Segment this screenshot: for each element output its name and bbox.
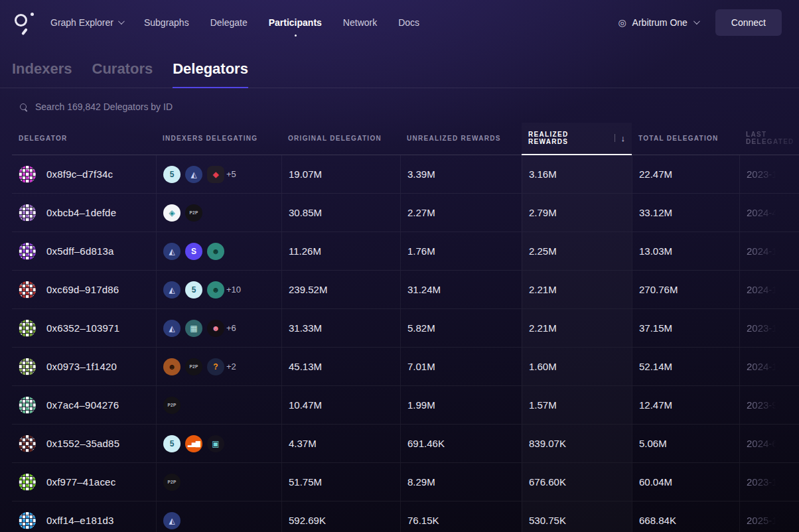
- network-globe-icon: ◎: [618, 18, 626, 27]
- more-indexers-count: +5: [226, 169, 236, 179]
- delegator-identicon: [19, 358, 36, 375]
- delegator-identicon: [19, 435, 36, 452]
- person-avatar-icon[interactable]: ☻: [207, 243, 224, 260]
- more-indexers-count: +10: [226, 285, 241, 295]
- person-avatar-icon[interactable]: ☻: [163, 358, 181, 375]
- connect-button[interactable]: Connect: [715, 9, 782, 36]
- delegator-address: 0x5dff–6d813a: [46, 245, 114, 257]
- navy-logo-icon[interactable]: ◭: [163, 512, 181, 529]
- column-header-delegator[interactable]: Delegator: [12, 123, 156, 155]
- last-delegated-value: 2023-9: [747, 399, 778, 411]
- column-header-original-delegation[interactable]: Original Delegation: [281, 123, 400, 155]
- table-row[interactable]: 0x5dff–6d813a ◭S☻ 11.26M 1.76M 2.25M 13.…: [12, 232, 799, 271]
- original-delegation-value: 11.26M: [289, 245, 321, 257]
- more-indexers-count: +6: [226, 323, 236, 333]
- p2p-icon[interactable]: P2P: [185, 358, 202, 375]
- nav-item-delegate[interactable]: Delegate: [210, 17, 248, 28]
- graph-logo[interactable]: [15, 11, 35, 34]
- realized-rewards-cell: 530.75K: [522, 501, 632, 532]
- tab-delegators[interactable]: Delegators: [173, 60, 248, 88]
- tab-indexers[interactable]: Indexers: [12, 60, 72, 88]
- nav-item-graph-explorer[interactable]: Graph Explorer: [50, 17, 123, 28]
- delegator-cell: 0x1552–35ad85: [12, 425, 156, 462]
- person-avatar-icon[interactable]: ☻: [207, 281, 224, 299]
- last-delegated-cell: 2024-1: [739, 232, 799, 270]
- column-header-indexers-delegating[interactable]: Indexers Delegating: [156, 123, 281, 155]
- column-header-unrealized-rewards[interactable]: Unrealized Rewards: [400, 123, 522, 155]
- red-diamond-icon[interactable]: ◆: [207, 166, 224, 183]
- nav-item-subgraphs[interactable]: Subgraphs: [144, 17, 189, 28]
- indexers-delegating-cell: 5◭◆ +5: [156, 155, 281, 193]
- delegator-address: 0x8f9c–d7f34c: [46, 168, 113, 180]
- squid-avatar-icon[interactable]: ☻: [207, 320, 224, 337]
- total-delegation-cell: 52.14M: [632, 348, 739, 385]
- last-delegated-value: 2023-1: [747, 476, 778, 488]
- nav-menu: Graph Explorer Subgraphs Delegate Partic…: [50, 17, 419, 28]
- five-badge-icon[interactable]: 5: [163, 166, 181, 183]
- column-header-realized-rewards[interactable]: Realized Rewards ↓: [522, 123, 632, 155]
- original-delegation-value: 4.37M: [289, 438, 317, 449]
- total-delegation-cell: 668.84K: [632, 501, 739, 532]
- search-input[interactable]: [35, 101, 380, 112]
- total-delegation-cell: 13.03M: [632, 232, 739, 270]
- navy-logo-icon[interactable]: ◭: [163, 281, 181, 299]
- unrealized-rewards-cell: 5.82M: [400, 309, 522, 347]
- total-delegation-cell: 33.12M: [632, 194, 739, 232]
- table-row[interactable]: 0xff14–e181d3 ◭ 592.69K 76.15K 530.75K 6…: [12, 501, 799, 532]
- nav-item-participants[interactable]: Participants: [269, 17, 322, 28]
- bar-chart-icon[interactable]: ▂▅▇: [185, 435, 202, 452]
- unrealized-rewards-cell: 1.99M: [400, 386, 522, 424]
- table-row[interactable]: 0x8f9c–d7f34c 5◭◆ +5 19.07M 3.39M 3.16M …: [12, 155, 799, 194]
- total-delegation-value: 22.47M: [639, 168, 672, 180]
- delegator-identicon: [19, 281, 36, 299]
- column-header-total-delegation[interactable]: Total Delegation: [632, 123, 739, 155]
- table-row[interactable]: 0xbcb4–1defde ◈P2P 30.85M 2.27M 2.79M 33…: [12, 194, 799, 232]
- original-delegation-value: 592.69K: [289, 515, 326, 526]
- p2p-icon[interactable]: P2P: [163, 397, 181, 414]
- realized-rewards-value: 1.60M: [529, 361, 557, 372]
- delegator-identicon: [19, 397, 36, 414]
- delegator-cell: 0x0973–1f1420: [12, 348, 156, 385]
- column-header-last-delegated[interactable]: Last Delegated: [739, 123, 799, 155]
- original-delegation-cell: 30.85M: [281, 194, 400, 232]
- table-row[interactable]: 0x1552–35ad85 5▂▅▇▣ 4.37M 691.46K 839.07…: [12, 425, 799, 463]
- table-row[interactable]: 0xc69d–917d86 ◭5☻ +10 239.52M 31.24M 2.2…: [12, 271, 799, 309]
- nav-item-label: Docs: [398, 17, 419, 28]
- table-row[interactable]: 0x0973–1f1420 ☻P2P? +2 45.13M 7.01M 1.60…: [12, 348, 799, 386]
- nav-item-docs[interactable]: Docs: [398, 17, 419, 28]
- s-badge-icon[interactable]: S: [185, 243, 202, 260]
- question-mark-icon[interactable]: ?: [207, 358, 224, 375]
- search-icon: [20, 103, 27, 111]
- graph-logo-tail: [21, 28, 28, 35]
- teal-diamond-icon[interactable]: ◈: [163, 204, 181, 222]
- realized-rewards-cell: 2.79M: [522, 194, 632, 232]
- p2p-icon[interactable]: P2P: [163, 474, 181, 491]
- nav-item-network[interactable]: Network: [343, 17, 377, 28]
- frame-crop-icon[interactable]: ▣: [207, 435, 224, 452]
- total-delegation-value: 60.04M: [639, 476, 672, 488]
- unrealized-rewards-value: 2.27M: [407, 207, 435, 218]
- five-badge-icon[interactable]: 5: [163, 435, 181, 452]
- unrealized-rewards-cell: 7.01M: [400, 348, 522, 385]
- delegator-address: 0x7ac4–904276: [46, 399, 119, 411]
- dotted-globe-icon[interactable]: ▦: [185, 320, 202, 337]
- navy-logo-icon[interactable]: ◭: [185, 166, 202, 183]
- original-delegation-cell: 31.33M: [281, 309, 400, 347]
- navy-logo-icon[interactable]: ◭: [163, 243, 181, 260]
- table-row[interactable]: 0x6352–103971 ◭▦☻ +6 31.33M 5.82M 2.21M …: [12, 309, 799, 348]
- indexer-icons: P2P: [163, 474, 181, 491]
- nav-item-label: Delegate: [210, 17, 248, 28]
- last-delegated-value: 2024-1: [747, 361, 778, 372]
- five-badge-icon[interactable]: 5: [185, 281, 202, 299]
- unrealized-rewards-cell: 8.29M: [400, 463, 522, 501]
- network-selector[interactable]: ◎ Arbitrum One: [618, 17, 697, 28]
- delegator-identicon: [19, 512, 36, 529]
- tab-curators[interactable]: Curators: [92, 60, 153, 88]
- table-row[interactable]: 0xf977–41acec P2P 51.75M 8.29M 676.60K 6…: [12, 463, 799, 501]
- unrealized-rewards-value: 3.39M: [407, 168, 435, 180]
- unrealized-rewards-value: 1.99M: [407, 399, 435, 411]
- p2p-icon[interactable]: P2P: [185, 204, 202, 222]
- delegator-identicon: [19, 204, 36, 222]
- table-row[interactable]: 0x7ac4–904276 P2P 10.47M 1.99M 1.57M 12.…: [12, 386, 799, 425]
- navy-logo-icon[interactable]: ◭: [163, 320, 181, 337]
